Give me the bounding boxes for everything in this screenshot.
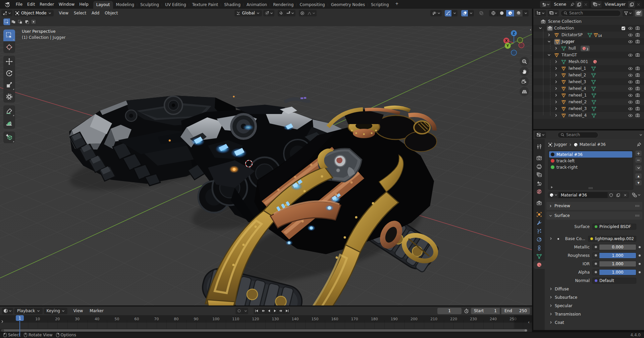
jump-to-end-button[interactable] xyxy=(284,308,290,314)
add-material-slot-button[interactable]: + xyxy=(635,150,642,156)
tab-physics[interactable] xyxy=(533,235,545,244)
hide-in-viewport-toggle[interactable] xyxy=(628,93,633,98)
disable-in-renders-toggle[interactable] xyxy=(635,106,640,111)
link-socket-button[interactable] xyxy=(593,270,599,275)
outliner-item-label[interactable]: Scene Collection xyxy=(548,19,582,24)
tab-object-data[interactable] xyxy=(533,252,545,261)
navigation-gizmo[interactable]: X Y Z xyxy=(500,30,527,56)
playback-menu[interactable]: Playback xyxy=(14,308,43,314)
disable-in-renders-toggle[interactable] xyxy=(635,66,640,71)
jump-to-start-button[interactable] xyxy=(254,308,260,314)
auto-keying-dropdown[interactable] xyxy=(243,308,248,314)
scene-browse-button[interactable] xyxy=(540,1,551,8)
hide-in-viewport-toggle[interactable] xyxy=(628,100,633,105)
shading-material-preview-button[interactable] xyxy=(506,10,514,16)
3d-viewport[interactable]: Object Mode ViewSelectAddObject Global xyxy=(0,9,532,305)
timeline-ruler[interactable]: 1020304050607080901001101201301401501601… xyxy=(0,315,532,323)
material-slot[interactable]: track-right xyxy=(549,164,632,170)
timeline-view-menu[interactable]: View xyxy=(71,308,86,314)
viewport-menu-item[interactable]: Object xyxy=(102,10,120,16)
workspace-tab[interactable]: Texture Paint xyxy=(189,1,221,9)
mode-dropdown[interactable]: Object Mode xyxy=(14,10,54,16)
tool-scale[interactable] xyxy=(3,79,15,91)
viewport-menu-item[interactable]: Add xyxy=(89,10,102,16)
outliner-item-label[interactable]: Jugger xyxy=(561,39,575,44)
move-slot-up-button[interactable]: ▲ xyxy=(635,173,642,179)
subpanel-header[interactable]: Specular xyxy=(545,301,644,310)
properties-search[interactable]: Search xyxy=(557,132,598,138)
material-name-field[interactable]: Material #36 xyxy=(558,192,607,198)
property-value-dropdown[interactable]: Principled BSDF xyxy=(592,224,636,230)
outliner-row-jugger[interactable]: Jugger xyxy=(533,38,644,45)
outliner-row-hull[interactable]: hull3 xyxy=(533,45,644,52)
snap-settings-dropdown[interactable] xyxy=(285,10,296,16)
outliner-row-rwheel-2[interactable]: rwheel_2 xyxy=(533,99,644,105)
material-slot[interactable]: Material #36 xyxy=(549,151,632,158)
tab-output[interactable] xyxy=(533,162,545,171)
gizmo-settings-dropdown[interactable] xyxy=(451,10,458,16)
select-mode-set-button[interactable] xyxy=(3,18,10,25)
tab-modifiers[interactable] xyxy=(533,219,545,227)
topbar-menu-item[interactable]: Render xyxy=(38,1,56,8)
expand-icon[interactable] xyxy=(554,73,558,77)
material-specials-dropdown[interactable] xyxy=(635,165,642,171)
expand-icon[interactable] xyxy=(547,33,551,37)
disable-in-renders-toggle[interactable] xyxy=(635,53,640,57)
subpanel-header[interactable]: Transmission xyxy=(545,310,644,318)
new-collection-button[interactable] xyxy=(635,10,642,16)
tool-move[interactable] xyxy=(3,56,15,67)
outliner-item-label[interactable]: rwheel_4 xyxy=(569,113,587,118)
new-material-button[interactable] xyxy=(614,192,622,198)
property-slider[interactable]: 1.000 xyxy=(592,261,636,267)
viewport-canvas[interactable] xyxy=(0,26,532,305)
expand-icon[interactable] xyxy=(554,94,558,97)
outliner-row-lwheel-4[interactable]: lwheel_4 xyxy=(533,85,644,92)
hide-in-viewport-toggle[interactable] xyxy=(628,26,633,31)
disable-in-renders-toggle[interactable] xyxy=(635,113,640,118)
outliner-item-label[interactable]: lwheel_1 xyxy=(569,66,586,71)
timeline-track-area[interactable] xyxy=(0,323,532,329)
outliner-filter-id-dropdown[interactable] xyxy=(548,10,559,16)
tab-collection[interactable] xyxy=(533,199,545,207)
outliner-row-lwheel-1[interactable]: lwheel_1 xyxy=(533,65,644,72)
select-mode-intersect-button[interactable] xyxy=(30,18,37,25)
expand-icon[interactable] xyxy=(554,67,558,70)
use-preview-range-toggle[interactable] xyxy=(463,308,470,314)
outliner-item-label[interactable]: lwheel_2 xyxy=(569,73,586,77)
scene-unlink-button[interactable] xyxy=(582,1,589,8)
tab-material[interactable] xyxy=(533,261,545,269)
workspace-tab[interactable]: Compositing xyxy=(297,1,328,9)
timeline-sidebar-toggle-arrow[interactable]: ‹ xyxy=(528,320,530,325)
show-object-types-dropdown[interactable] xyxy=(430,10,442,16)
property-slider[interactable]: 1.000 xyxy=(592,269,636,275)
workspace-tab[interactable]: Shading xyxy=(221,1,244,9)
frame-start-field[interactable]: Start1 xyxy=(471,308,500,314)
gizmo-x-neg-axis[interactable] xyxy=(519,43,524,48)
outliner-row-lwheel-2[interactable]: lwheel_2 xyxy=(533,72,644,78)
property-slider[interactable]: 0.000 xyxy=(592,244,636,250)
play-reverse-button[interactable] xyxy=(266,308,272,314)
scene-pin-button[interactable] xyxy=(569,1,576,8)
hide-in-viewport-toggle[interactable] xyxy=(628,73,633,78)
viewport-menu-item[interactable]: View xyxy=(56,10,71,16)
outliner-item-label[interactable]: Mesh.001 xyxy=(569,59,588,64)
hide-in-viewport-toggle[interactable] xyxy=(628,79,633,84)
disable-in-renders-toggle[interactable] xyxy=(635,33,640,37)
outliner-row-titangt[interactable]: TitanGT xyxy=(533,52,644,58)
select-mode-subtract-button[interactable] xyxy=(17,18,23,25)
auto-keying-toggle[interactable] xyxy=(235,308,243,314)
viewport-camera-view-button[interactable] xyxy=(520,77,529,86)
disable-in-renders-toggle[interactable] xyxy=(635,79,640,84)
topbar-menu-item[interactable]: Edit xyxy=(25,1,37,8)
animate-property-dot[interactable] xyxy=(639,255,641,257)
disable-in-renders-toggle[interactable] xyxy=(635,86,640,91)
gizmo-z-neg-axis[interactable] xyxy=(511,50,517,55)
outliner-item-label[interactable]: lwheel_4 xyxy=(569,86,586,91)
collapse-icon[interactable] xyxy=(547,40,551,43)
exclude-checkbox[interactable] xyxy=(621,26,626,31)
tab-view-layer[interactable] xyxy=(533,171,545,179)
overlays-settings-dropdown[interactable] xyxy=(468,10,474,16)
tab-object[interactable] xyxy=(533,210,545,219)
hide-in-viewport-toggle[interactable] xyxy=(628,113,633,118)
transform-orientation-dropdown[interactable]: Global xyxy=(234,10,262,16)
